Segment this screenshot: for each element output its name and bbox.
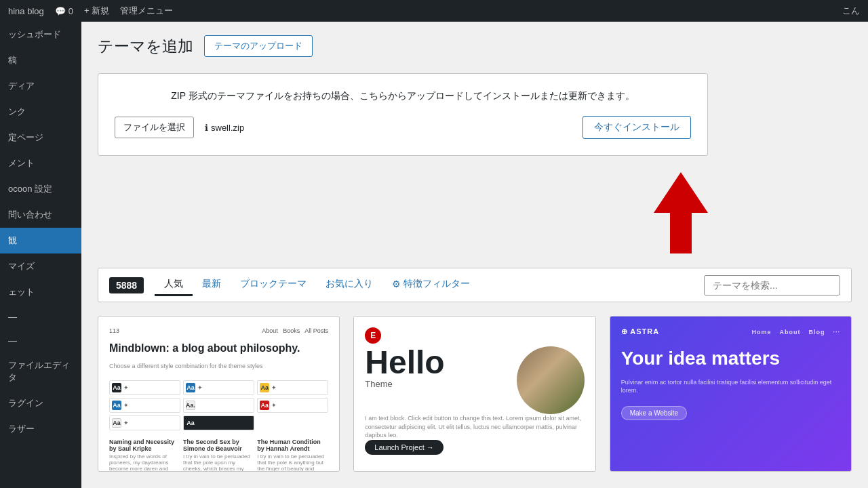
sidebar-item-links[interactable]: ンク [0,99,81,125]
sidebar-item-appearance[interactable]: 観 [0,228,81,253]
theme2-body: E Hello Theme I am text block. Click edi… [354,317,595,471]
sidebar-item-comments[interactable]: メント [0,150,81,176]
theme3-nav: Home About Blog ··· [751,329,840,336]
filter-bar: 5888 人気 最新 ブロックテーマ お気に入り ⚙ 特徴フィルター [98,268,852,302]
theme-count-badge: 5888 [109,277,144,293]
file-name-display: ℹ swell.zip [205,123,244,133]
sidebar-item-customize[interactable]: マイズ [0,253,81,279]
sidebar-item-users[interactable]: ラザー [0,416,81,442]
theme1-title: Mindblown: a blog about philosophy. [109,342,328,354]
theme-card-hello[interactable]: E Hello Theme I am text block. Click edi… [353,316,595,472]
install-now-button[interactable]: 今すぐインストール [583,116,691,139]
tab-feature-filter[interactable]: ⚙ 特徴フィルター [382,274,479,296]
tab-latest[interactable]: 最新 [193,274,231,296]
tab-favorites[interactable]: お気に入り [316,274,382,296]
upload-description: ZIP 形式のテーマファイルをお持ちの場合、こちらからアップロードしてインストー… [115,90,691,102]
theme3-logo: ⊕ ASTRA [621,327,660,336]
admin-bar: hina blog 💬 0 + 新規 管理メニュー こん [0,0,868,22]
theme1-header: 113 About Books All Posts [109,327,328,334]
theme2-circle-image [517,346,585,414]
sidebar-sep1: — [0,305,81,329]
comment-bubble: 💬 [55,6,66,16]
sidebar-item-contact[interactable]: 問い合わせ [0,202,81,228]
theme3-title: Your idea matters [621,347,840,370]
file-select-button[interactable]: ファイルを選択 [115,117,194,138]
sidebar: ッシュボード 稿 ディア ンク 定ページ メント ocoon 設定 問い合わせ … [0,22,81,488]
theme1-body: 113 About Books All Posts Mindblown: a b… [98,317,339,471]
main-content: テーマを追加 テーマのアップロード ZIP 形式のテーマファイルをお持ちの場合、… [81,22,868,488]
sidebar-item-posts[interactable]: 稿 [0,47,81,73]
theme-card-typography[interactable]: 113 About Books All Posts Mindblown: a b… [98,316,340,472]
upload-theme-button[interactable]: テーマのアップロード [204,35,313,57]
page-title: テーマを追加 [98,36,193,57]
gear-icon: ⚙ [392,279,401,289]
theme3-header: ⊕ ASTRA Home About Blog ··· [621,327,840,336]
new-button[interactable]: + 新規 [84,5,109,17]
sidebar-item-editor[interactable]: ファイルエディタ [0,352,81,390]
theme3-desc: Pulvinar enim ac tortor nulla facilisi t… [621,378,840,395]
themes-grid: 113 About Books All Posts Mindblown: a b… [98,316,852,472]
theme3-cta-button[interactable]: Make a Website [621,406,688,420]
sidebar-sep2: — [0,329,81,352]
sidebar-item-plugins[interactable]: ラグイン [0,390,81,416]
layout: ッシュボード 稿 ディア ンク 定ページ メント ocoon 設定 問い合わせ … [0,22,868,488]
file-icon: ℹ [205,123,208,133]
blog-name[interactable]: hina blog [8,6,44,16]
sidebar-item-cocoon[interactable]: ocoon 設定 [0,176,81,202]
arrow-container [98,172,708,262]
theme1-styles: Aa✦ Aa✦ Aa✦ Aa✦ Aa. Aa✦ Aa✦ Aa [109,380,328,430]
user-greeting: こん [842,5,860,17]
svg-marker-0 [654,172,708,253]
theme3-body: ⊕ ASTRA Home About Blog ··· Your idea ma… [610,317,851,471]
theme2-launch-button[interactable]: Launch Project → [365,440,443,455]
comment-icon[interactable]: 💬 0 [55,6,73,16]
sidebar-item-dashboard[interactable]: ッシュボード [0,22,81,47]
theme2-badge: E [365,327,381,344]
theme2-body-text: I am text block. Click edit button to ch… [365,414,584,440]
comment-count: 0 [68,6,73,16]
admin-menu[interactable]: 管理メニュー [120,5,173,17]
sidebar-item-media[interactable]: ディア [0,73,81,99]
file-name-text: swell.zip [211,123,244,133]
theme-card-astra[interactable]: ⊕ ASTRA Home About Blog ··· Your idea ma… [610,316,852,472]
upload-form: ファイルを選択 ℹ swell.zip 今すぐインストール [115,116,691,139]
nav-extra: ··· [833,329,840,336]
theme2-subtitle: Theme [365,379,444,389]
sidebar-item-pages[interactable]: 定ページ [0,125,81,150]
page-header: テーマを追加 テーマのアップロード [98,35,852,57]
theme2-hello-text: Hello [365,346,444,379]
upload-area: ZIP 形式のテーマファイルをお持ちの場合、こちらからアップロードしてインストー… [98,73,708,156]
red-arrow-icon [654,172,708,262]
theme-search-input[interactable] [704,275,840,296]
sidebar-item-widgets[interactable]: ェット [0,279,81,305]
theme1-books: Naming and Necessity by Saul Kripke Insp… [109,439,328,472]
tab-popular[interactable]: 人気 [155,274,193,296]
tab-block-themes[interactable]: ブロックテーマ [231,274,316,296]
